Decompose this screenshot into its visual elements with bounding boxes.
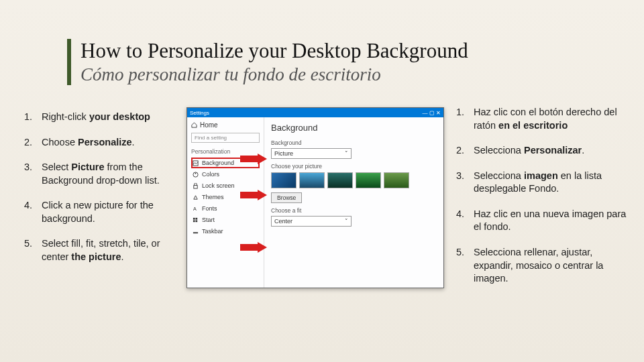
thumbnail xyxy=(356,172,381,188)
step: 4.Click a new picture for the background… xyxy=(24,199,182,225)
background-icon xyxy=(193,160,199,166)
svg-rect-9 xyxy=(193,232,198,233)
step: 3.Selecciona imagen en la lista desplega… xyxy=(456,170,631,196)
step-number: 5. xyxy=(24,237,42,263)
svg-rect-7 xyxy=(193,220,195,222)
main-panel: Background Background Picture ˅ Choose y… xyxy=(264,117,443,288)
step-text: Haz clic con el botón derecho del ratón … xyxy=(474,106,631,132)
steps-english: 1.Right-click your desktop2.Choose Perso… xyxy=(24,111,182,276)
sidebar-item-label: Taskbar xyxy=(202,228,223,235)
step: 1.Right-click your desktop xyxy=(24,111,182,124)
sidebar-item-label: Lock screen xyxy=(202,182,235,189)
svg-marker-10 xyxy=(240,154,267,164)
step: 5.Select fill, fit, stretch, tile, or ce… xyxy=(24,237,182,263)
step-text: Select Picture from the Background drop-… xyxy=(42,161,182,187)
step-text: Select fill, fit, stretch, tile, or cent… xyxy=(42,237,182,263)
chevron-down-icon: ˅ xyxy=(345,150,348,157)
window-controls: — ▢ ✕ xyxy=(423,110,441,116)
step-text: Choose Personalize. xyxy=(42,136,182,149)
svg-rect-5 xyxy=(193,217,195,219)
step: 5.Selecciona rellenar, ajustar, expandir… xyxy=(456,246,631,286)
fit-dropdown-value: Center xyxy=(274,218,292,225)
sidebar-item-label: Colors xyxy=(202,171,219,178)
step: 3.Select Picture from the Background dro… xyxy=(24,161,182,187)
window-titlebar: Settings — ▢ ✕ xyxy=(187,108,443,117)
sidebar-item: Taskbar xyxy=(191,226,260,237)
thumbnail xyxy=(299,172,325,188)
step-number: 4. xyxy=(24,199,42,225)
step-text: Selecciona rellenar, ajustar, expandir, … xyxy=(474,246,631,286)
search-box: Find a setting xyxy=(191,133,260,143)
fit-label: Choose a fit xyxy=(271,207,437,214)
title-spanish: Cómo personalizar tu fondo de escritorio xyxy=(80,64,468,85)
home-link: Home xyxy=(191,121,260,129)
sidebar-item: Colors xyxy=(191,169,260,180)
sidebar: Home Find a setting Personalization Back… xyxy=(187,117,264,288)
svg-marker-11 xyxy=(240,190,267,200)
sidebar-item: AFonts xyxy=(191,203,260,214)
themes-icon xyxy=(193,194,199,200)
svg-marker-12 xyxy=(240,242,267,253)
step-number: 1. xyxy=(24,111,42,124)
sidebar-item-label: Start xyxy=(202,217,215,223)
taskbar-icon xyxy=(193,229,199,235)
home-icon xyxy=(191,122,197,128)
colors-icon xyxy=(193,172,199,178)
browse-button: Browse xyxy=(271,192,302,203)
step-number: 2. xyxy=(24,136,42,149)
title-block: How to Personalize your Desktop Backgrou… xyxy=(67,39,468,85)
step: 1.Haz clic con el botón derecho del rató… xyxy=(456,106,631,132)
picture-thumbnails xyxy=(271,172,437,188)
step-number: 5. xyxy=(456,246,474,286)
callout-arrow xyxy=(240,190,267,200)
panel-heading: Background xyxy=(271,123,437,133)
step: 2.Selecciona Personalizar. xyxy=(456,144,631,158)
start-icon xyxy=(193,217,199,223)
sidebar-item-label: Themes xyxy=(202,194,224,200)
settings-screenshot: Settings — ▢ ✕ Home Find a setting Perso… xyxy=(186,107,444,288)
svg-point-2 xyxy=(195,172,197,174)
step-text: Selecciona imagen en la lista desplegabl… xyxy=(474,170,631,196)
background-dropdown-value: Picture xyxy=(274,150,293,157)
choose-picture-label: Choose your picture xyxy=(271,163,437,170)
app-title: Settings xyxy=(190,110,209,116)
fonts-icon: A xyxy=(193,206,199,212)
step-number: 3. xyxy=(456,170,474,196)
background-dropdown: Picture ˅ xyxy=(271,148,352,159)
step-number: 2. xyxy=(456,144,474,158)
title-english: How to Personalize your Desktop Backgrou… xyxy=(80,39,468,63)
sidebar-item-label: Fonts xyxy=(202,205,217,212)
background-label: Background xyxy=(271,139,437,146)
step-number: 4. xyxy=(456,208,474,234)
home-label: Home xyxy=(200,121,218,129)
svg-rect-3 xyxy=(194,185,197,188)
step-text: Click a new picture for the background. xyxy=(42,199,182,225)
sidebar-item-label: Background xyxy=(202,160,234,166)
step-text: Right-click your desktop xyxy=(42,111,182,124)
svg-rect-6 xyxy=(196,217,198,219)
chevron-down-icon: ˅ xyxy=(345,218,348,225)
step-number: 1. xyxy=(456,106,474,132)
thumbnail xyxy=(271,172,297,188)
step-number: 3. xyxy=(24,161,42,187)
sidebar-item: Start xyxy=(191,215,260,225)
step-text: Selecciona Personalizar. xyxy=(474,144,631,158)
thumbnail xyxy=(384,172,409,188)
callout-arrow xyxy=(240,242,267,253)
step-text: Haz clic en una nueva imagen para el fon… xyxy=(474,208,631,234)
svg-text:A: A xyxy=(193,206,197,212)
step: 4.Haz clic en una nueva imagen para el f… xyxy=(456,208,631,234)
lock-screen-icon xyxy=(193,183,199,189)
fit-dropdown: Center ˅ xyxy=(271,216,352,227)
steps-spanish: 1.Haz clic con el botón derecho del rató… xyxy=(456,106,631,298)
callout-arrow xyxy=(240,154,267,164)
thumbnail xyxy=(327,172,353,188)
step: 2.Choose Personalize. xyxy=(24,136,182,149)
svg-rect-8 xyxy=(196,220,198,222)
